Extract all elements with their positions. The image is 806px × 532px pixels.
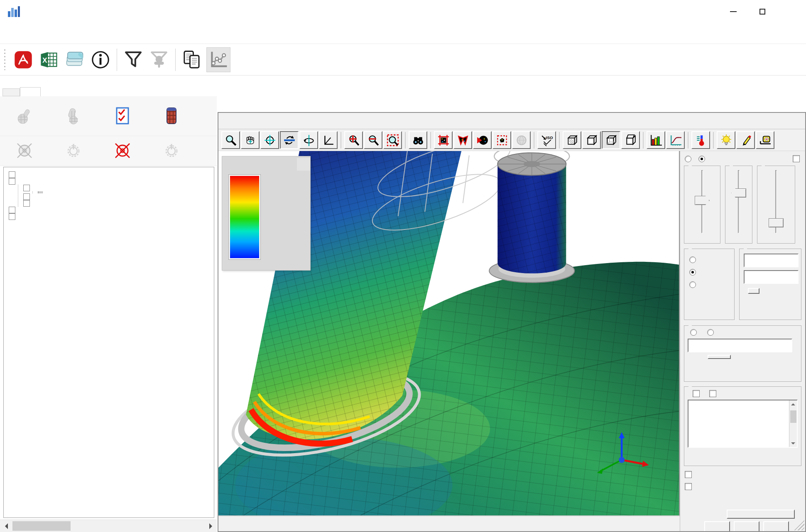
clip-polygon-button[interactable] <box>453 131 472 149</box>
multiple-button[interactable] <box>98 142 147 160</box>
setting-button[interactable] <box>98 107 147 126</box>
tab-plots-and-point-clouds[interactable] <box>20 87 41 96</box>
cropped-button[interactable] <box>734 521 759 531</box>
zoom-window-button[interactable] <box>383 131 402 149</box>
pencil-button[interactable] <box>736 131 755 149</box>
cropped-button[interactable] <box>704 521 730 531</box>
sphere-button[interactable] <box>512 131 531 149</box>
scrollbar-track[interactable] <box>71 520 204 532</box>
tree-item[interactable] <box>9 207 214 213</box>
cropped-button[interactable] <box>763 521 789 531</box>
cube-wire-button[interactable] <box>582 131 601 149</box>
particles-checkbox[interactable] <box>693 390 700 397</box>
details-button[interactable] <box>49 107 98 126</box>
clip-box-button[interactable] <box>492 131 511 149</box>
legend-close-button[interactable] <box>297 158 310 171</box>
cube-hidden-button[interactable] <box>602 131 620 149</box>
line-chart-button[interactable] <box>666 131 685 149</box>
tree-item[interactable] <box>23 200 214 207</box>
measure-button[interactable] <box>756 131 774 149</box>
zoom-out-button[interactable] <box>364 131 382 149</box>
static-radio[interactable] <box>689 269 696 276</box>
tree-item[interactable] <box>9 171 214 178</box>
rotate-button[interactable] <box>280 131 299 149</box>
tab-tables[interactable] <box>2 88 20 96</box>
details-toggle-button[interactable] <box>147 142 196 160</box>
limit-value-input[interactable] <box>688 339 792 352</box>
scrollbar-thumb[interactable] <box>12 521 71 531</box>
minimize-button[interactable] <box>719 0 748 23</box>
centerline-button[interactable] <box>0 142 49 160</box>
bar-chart-button[interactable] <box>647 131 665 149</box>
orbit-button[interactable] <box>299 131 318 149</box>
expand-icon[interactable] <box>23 193 30 200</box>
speed-slider-handle[interactable] <box>695 196 710 205</box>
listbox-scroll-thumb[interactable] <box>790 410 796 423</box>
cube-open-button[interactable] <box>621 131 640 149</box>
location-listbox[interactable] <box>688 400 798 448</box>
clear-button[interactable] <box>147 107 196 126</box>
loc-slider-handle[interactable] <box>731 188 746 198</box>
collapse-icon[interactable] <box>23 185 30 191</box>
filter-pin-button[interactable] <box>147 47 171 72</box>
scroll-up-button[interactable] <box>789 400 797 408</box>
find-button[interactable] <box>409 131 427 149</box>
close-button[interactable] <box>777 0 806 23</box>
speed-slider[interactable] <box>694 170 710 233</box>
tree-item[interactable] <box>23 185 214 191</box>
lines-checkbox[interactable] <box>709 390 716 397</box>
percent-radio[interactable] <box>690 329 697 336</box>
clip-sphere-button[interactable] <box>473 131 492 149</box>
expand-icon[interactable] <box>23 200 30 207</box>
limit-slider-handle[interactable] <box>769 218 784 227</box>
pan-button[interactable] <box>241 131 260 149</box>
axes-button[interactable] <box>319 131 338 149</box>
listbox-scrollbar[interactable] <box>789 400 797 447</box>
collapse-icon[interactable] <box>9 178 15 185</box>
filter-button[interactable] <box>121 47 145 72</box>
mode-checkbox[interactable] <box>793 155 800 162</box>
limit-slider[interactable] <box>768 170 784 233</box>
thermometer-button[interactable] <box>691 131 710 149</box>
restraint-button[interactable] <box>49 142 98 160</box>
cube-solid-button[interactable] <box>563 131 581 149</box>
scale-max-input[interactable] <box>744 270 799 284</box>
cropped-button[interactable] <box>727 510 795 519</box>
tree-item-range-stresses[interactable] <box>9 213 214 220</box>
clip-frame-button[interactable] <box>434 131 453 149</box>
viewport-3d[interactable] <box>218 151 680 515</box>
legend-titlebar[interactable] <box>222 156 310 172</box>
value-radio[interactable] <box>707 329 714 336</box>
sync-radio[interactable] <box>689 256 696 263</box>
slider-radio[interactable] <box>698 156 705 162</box>
expand-icon[interactable] <box>9 213 15 220</box>
zoom-button[interactable] <box>221 131 240 149</box>
bulb-button[interactable] <box>717 131 735 149</box>
scroll-right-button[interactable] <box>204 520 217 532</box>
draw-button[interactable] <box>0 107 49 126</box>
tree-item[interactable] <box>23 193 214 200</box>
notes-button[interactable] <box>63 47 87 72</box>
info-button[interactable] <box>88 47 113 72</box>
iso-view-button[interactable]: ISO <box>537 131 556 149</box>
horizontal-scrollbar[interactable] <box>0 520 217 532</box>
resize-grip[interactable] <box>793 519 804 530</box>
plot-chart-button[interactable] <box>206 47 230 72</box>
scroll-left-button[interactable] <box>0 520 12 532</box>
loc-slider[interactable] <box>730 170 747 233</box>
maximize-button[interactable] <box>748 0 777 23</box>
center-button[interactable] <box>260 131 279 149</box>
expand-icon[interactable] <box>9 171 15 178</box>
animate-radio[interactable] <box>685 156 691 162</box>
gray-radio[interactable] <box>689 281 696 288</box>
tree-item[interactable] <box>9 178 214 185</box>
legend-window[interactable] <box>222 156 311 271</box>
zoom-in-button[interactable] <box>344 131 363 149</box>
set-limit-button[interactable] <box>708 355 731 359</box>
include-positive-checkbox[interactable] <box>685 471 692 478</box>
scale-min-input[interactable] <box>744 254 799 267</box>
toolbar-grip[interactable] <box>3 49 6 70</box>
pdf-export-button[interactable] <box>11 47 35 72</box>
set-scale-button[interactable] <box>748 288 759 294</box>
report-pages-button[interactable] <box>180 47 204 72</box>
